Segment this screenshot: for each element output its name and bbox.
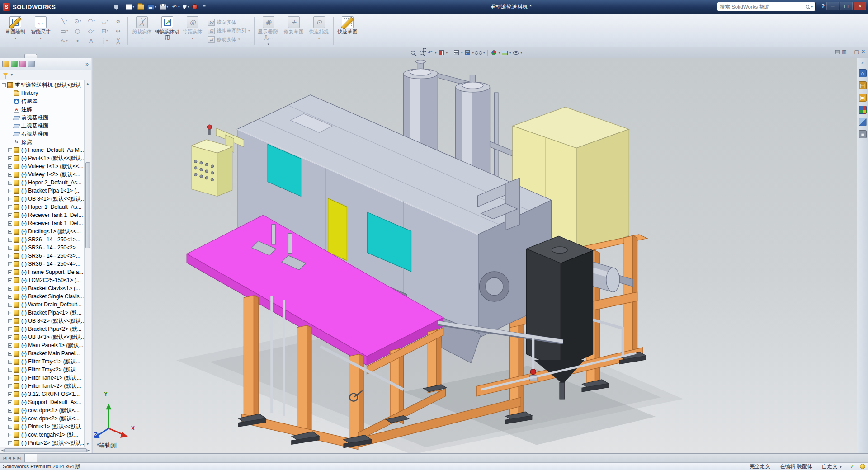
search-caret-icon[interactable]: ▾ bbox=[811, 5, 813, 9]
bottom-tab[interactable] bbox=[24, 454, 37, 462]
tree-expander[interactable]: + bbox=[8, 213, 12, 217]
tree-item[interactable]: + (-) TCM2C25-150<1> (... bbox=[0, 276, 84, 284]
tree-scrollbar[interactable]: ▲ ▼ bbox=[84, 80, 91, 447]
scrollbar-thumb[interactable] bbox=[85, 162, 90, 248]
task-pane-collapse-icon[interactable]: « bbox=[859, 61, 867, 65]
file-properties-button[interactable]: ≡ bbox=[200, 3, 208, 11]
move-entities-button[interactable]: ⇄移动实体▾ bbox=[206, 36, 252, 43]
search-icon[interactable] bbox=[806, 5, 809, 9]
custom-dropdown[interactable]: 自定义▼ bbox=[817, 463, 847, 470]
tree-item[interactable]: + (-) Ducting<1> (默认<<... bbox=[0, 227, 84, 235]
tree-expander[interactable]: + bbox=[8, 262, 12, 266]
tree-item[interactable]: + (-) cov. tengah<1> (默... bbox=[0, 431, 84, 439]
linear-sketch-pattern-button[interactable]: ⊞线性草图阵列▾ bbox=[206, 27, 252, 35]
hide-show-items-icon[interactable] bbox=[475, 48, 482, 57]
tree-expander[interactable]: + bbox=[8, 254, 12, 258]
previous-view-icon[interactable]: ↶ bbox=[426, 48, 434, 57]
tree-item[interactable]: + (-) Filter Tank<2> (默认... bbox=[0, 382, 84, 390]
tree-item[interactable]: 上视基准面 bbox=[0, 122, 84, 130]
tree-item[interactable]: + (-) Vuleey 1<1> (默认<<... bbox=[0, 162, 84, 170]
command-tab[interactable] bbox=[49, 55, 61, 58]
sketch-entity-button[interactable]: ⊞▾ bbox=[98, 26, 112, 36]
tree-item[interactable]: + (-) SR36 - 14 - 250<3>... bbox=[0, 252, 84, 260]
sketch-entity-button[interactable]: • bbox=[71, 36, 85, 46]
edit-appearance-icon[interactable] bbox=[490, 48, 498, 57]
tree-expander[interactable]: + bbox=[8, 352, 12, 356]
tree-expander[interactable]: + bbox=[8, 425, 12, 429]
panel-more-icon[interactable]: » bbox=[85, 61, 89, 67]
scroll-up-icon[interactable]: ▲ bbox=[86, 80, 90, 86]
command-tab[interactable] bbox=[24, 54, 37, 58]
tree-item[interactable]: + (-) Frame Support_Defa... bbox=[0, 268, 84, 276]
view-palette-icon[interactable] bbox=[859, 106, 867, 114]
tree-item[interactable]: + (-) Filter Tray<1> (默认... bbox=[0, 357, 84, 366]
first-tab-icon[interactable]: |◀ bbox=[3, 456, 6, 460]
tree-item[interactable]: 前视基准面 bbox=[0, 113, 84, 122]
tree-expander[interactable]: - bbox=[2, 83, 6, 87]
tree-item[interactable]: + (-) Pintu<1> (默认<<默认... bbox=[0, 423, 84, 431]
last-tab-icon[interactable]: ▶| bbox=[18, 456, 21, 460]
next-tab-icon[interactable]: ▶ bbox=[13, 456, 15, 460]
dimxpert-manager-tab-icon[interactable] bbox=[28, 61, 35, 67]
close-button[interactable]: ✕ bbox=[854, 2, 866, 10]
tree-expander[interactable]: + bbox=[8, 368, 12, 372]
tree-root-item[interactable]: - 重型滚轮送料机 (默认<默认_ bbox=[0, 81, 84, 89]
tree-expander[interactable]: + bbox=[8, 311, 12, 315]
tree-expander[interactable]: + bbox=[8, 335, 12, 339]
graphics-viewport[interactable]: Y X Z *等轴测 bbox=[93, 58, 857, 453]
resources-home-icon[interactable]: ⌂ bbox=[859, 69, 867, 77]
tree-expander[interactable]: + bbox=[8, 417, 12, 421]
tree-item[interactable]: + (-) Hoper 2_Default_As... bbox=[0, 179, 84, 187]
repair-sketch-button[interactable]: + 修复草图 bbox=[281, 14, 307, 47]
scroll-right-icon[interactable]: ▶ bbox=[88, 449, 90, 452]
filter-caret-icon[interactable]: ▼ bbox=[10, 73, 14, 77]
menu-item[interactable] bbox=[82, 5, 90, 9]
tree-expander[interactable]: + bbox=[8, 270, 12, 274]
tree-expander[interactable]: + bbox=[8, 327, 12, 331]
tree-item[interactable]: + (-) Receiver Tank 1_Def... bbox=[0, 211, 84, 219]
tree-expander[interactable]: + bbox=[8, 173, 12, 177]
tree-expander[interactable]: + bbox=[8, 164, 12, 169]
view-orientation-icon[interactable] bbox=[453, 48, 460, 57]
tree-item[interactable]: 注解 bbox=[0, 105, 84, 113]
tree-expander[interactable]: + bbox=[8, 205, 12, 209]
print-button[interactable]: ▾ bbox=[159, 3, 170, 11]
save-button[interactable]: ▾ bbox=[146, 3, 157, 11]
sketch-entity-button[interactable]: ∿▾ bbox=[57, 36, 71, 46]
trim-entities-button[interactable]: ╳ 剪裁实体 ▾ bbox=[129, 14, 155, 47]
tree-item[interactable]: + (-) Bracket Clavis<1> (... bbox=[0, 284, 84, 292]
zoom-to-fit-icon[interactable] bbox=[409, 48, 417, 57]
tree-item[interactable]: + (-) SR36 - 14 - 250<4>... bbox=[0, 260, 84, 268]
tree-item[interactable]: + (-) Filter Tray<2> (默认... bbox=[0, 366, 84, 374]
help-search-box[interactable]: ▾ bbox=[717, 2, 816, 11]
tree-item[interactable]: + (-) UB 8<2> (默认<<默认... bbox=[0, 317, 84, 325]
sketch-entity-button[interactable]: ⊙▾ bbox=[71, 16, 85, 26]
rapid-sketch-button[interactable]: 快速草图 bbox=[335, 14, 360, 47]
tree-item[interactable]: + (-) cov. dpn<2> (默认<... bbox=[0, 414, 84, 423]
mirror-entities-button[interactable]: ⋈镜向实体 bbox=[206, 19, 252, 26]
command-tab[interactable] bbox=[12, 55, 24, 58]
tree-item[interactable]: + (-) Support_Default_As... bbox=[0, 398, 84, 406]
tree-expander[interactable]: + bbox=[8, 319, 12, 323]
tile-windows-icon[interactable]: ▥ bbox=[842, 49, 846, 55]
scrollbar-thumb[interactable] bbox=[4, 448, 86, 452]
display-style-icon[interactable] bbox=[464, 48, 472, 57]
design-library-icon[interactable]: ▤ bbox=[859, 81, 867, 89]
tree-item[interactable]: + (-) Water Drain_Default... bbox=[0, 301, 84, 309]
section-view-icon[interactable] bbox=[438, 48, 445, 57]
doc-minimize-icon[interactable]: ─ bbox=[849, 49, 852, 55]
tree-expander[interactable]: + bbox=[8, 189, 12, 193]
tree-item[interactable]: + (-) Receiver Tank 1_Def... bbox=[0, 219, 84, 227]
tree-expander[interactable]: + bbox=[8, 409, 12, 413]
tree-expander[interactable]: + bbox=[8, 360, 12, 364]
sketch-entity-button[interactable]: ▭▾ bbox=[57, 26, 71, 36]
tree-item[interactable]: + (-) UB 8<3> (默认<<默认... bbox=[0, 333, 84, 341]
tree-expander[interactable]: + bbox=[8, 230, 12, 234]
tree-expander[interactable]: + bbox=[8, 295, 12, 299]
tree-expander[interactable]: + bbox=[8, 433, 12, 437]
tree-expander[interactable]: + bbox=[8, 287, 12, 291]
tree-item[interactable]: + (-) SR36 - 14 - 250<1>... bbox=[0, 235, 84, 244]
property-manager-tab-icon[interactable] bbox=[11, 61, 18, 67]
sketch-entity-button[interactable]: ◡▾ bbox=[98, 16, 112, 26]
tree-expander[interactable]: + bbox=[8, 197, 12, 201]
